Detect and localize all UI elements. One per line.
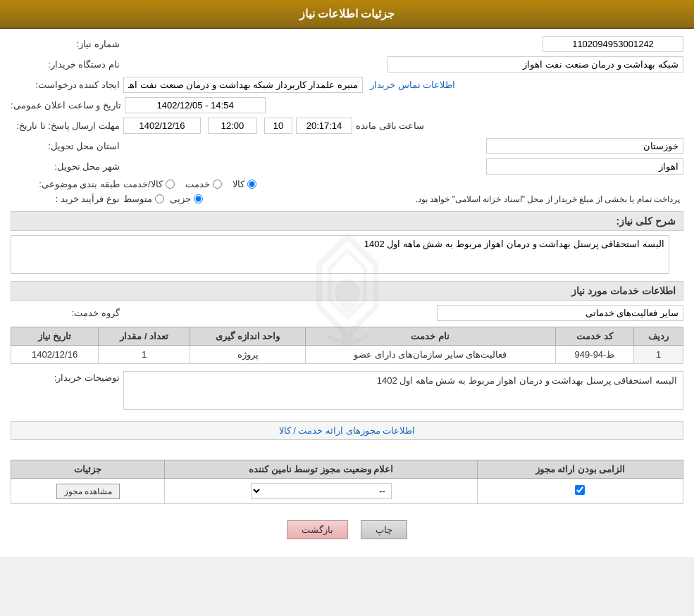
permissions-section-header: اطلاعات مجوزهای ارائه خدمت / کالا xyxy=(11,421,683,440)
response-days-input[interactable] xyxy=(264,118,292,134)
cell-date: 1402/12/16 xyxy=(11,346,99,364)
col-service-code: کد خدمت xyxy=(555,327,634,346)
page-header: جزئیات اطلاعات نیاز xyxy=(0,0,694,29)
back-button[interactable]: بازگشت xyxy=(287,520,348,539)
subject-goods-service-radio[interactable] xyxy=(166,180,175,189)
subject-service-label: خدمت xyxy=(185,179,210,189)
delivery-city-row: شهر محل تحویل: xyxy=(11,158,683,175)
perm-col-details: جزئیات xyxy=(11,460,165,479)
announce-datetime-label: تاریخ و ساعت اعلان عمومی: xyxy=(11,100,125,111)
subject-value: کالا/خدمت خدمت کالا xyxy=(123,179,683,189)
purchase-type-partial-label: جزیی xyxy=(170,194,191,204)
service-group-row: گروه خدمت: xyxy=(11,305,683,321)
purchase-type-row: نوع فرآیند خرید : متوسط جزیی پرداخت تمام… xyxy=(11,194,683,204)
subject-row: طبقه بندی موضوعی: کالا/خدمت خدمت کالا xyxy=(11,179,683,189)
content-area: شماره نیاز: نام دستگاه خریدار: ایجاد کنن… xyxy=(0,29,694,557)
response-deadline-row: مهلت ارسال پاسخ: تا تاریخ: ساعت باقی مان… xyxy=(11,118,683,134)
perm-cell-details: مشاهده مجوز xyxy=(11,479,165,504)
delivery-province-row: استان محل تحویل: xyxy=(11,138,683,154)
announce-date-input[interactable] xyxy=(125,97,266,113)
buyer-notes-text: البسه استحقاقی پرسنل بهداشت و درمان اهوا… xyxy=(377,375,677,386)
order-number-label: شماره نیاز: xyxy=(11,39,123,49)
delivery-province-value xyxy=(123,138,683,154)
purchase-type-medium-label: متوسط xyxy=(123,194,152,204)
table-row: 1 ط-94-949 فعالیت‌های سایر سازمان‌های دا… xyxy=(11,346,683,364)
requester-input[interactable] xyxy=(123,77,363,93)
cell-service-name: فعالیت‌های سایر سازمان‌های دارای عضو xyxy=(305,346,555,364)
bottom-buttons: چاپ بازگشت xyxy=(11,510,683,550)
page-title: جزئیات اطلاعات نیاز xyxy=(299,8,395,20)
cell-service-code: ط-94-949 xyxy=(555,346,634,364)
requester-value: اطلاعات تماس خریدار xyxy=(123,77,683,93)
service-group-input[interactable] xyxy=(437,305,683,321)
requester-contact-link[interactable]: اطلاعات تماس خریدار xyxy=(370,80,455,90)
delivery-province-label: استان محل تحویل: xyxy=(11,141,123,151)
cell-quantity: 1 xyxy=(99,346,190,364)
general-description-textarea[interactable]: <span data-bind="values.general_descript… xyxy=(11,235,669,274)
buyer-notes-row: توضیحات خریدار: البسه استحقاقی پرسنل بهد… xyxy=(11,370,683,415)
response-deadline-label: مهلت ارسال پاسخ: تا تاریخ: xyxy=(11,120,123,131)
remaining-label: ساعت باقی مانده xyxy=(356,120,424,131)
delivery-city-value xyxy=(123,158,683,175)
subject-service-radio[interactable] xyxy=(213,180,222,189)
delivery-province-input[interactable] xyxy=(486,138,683,154)
buyer-org-value xyxy=(123,56,683,73)
buyer-org-row: نام دستگاه خریدار: xyxy=(11,56,683,73)
purchase-type-partial-item: جزیی xyxy=(170,194,203,204)
perm-required-checkbox[interactable] xyxy=(575,485,585,495)
purchase-type-label: نوع فرآیند خرید : xyxy=(11,194,123,204)
subject-goods-radio[interactable] xyxy=(247,180,256,189)
requester-row: ایجاد کننده درخواست: اطلاعات تماس خریدار xyxy=(11,77,683,93)
buyer-notes-box: البسه استحقاقی پرسنل بهداشت و درمان اهوا… xyxy=(123,371,683,410)
col-row-num: ردیف xyxy=(634,327,683,346)
subject-goods-service-item: کالا/خدمت xyxy=(123,179,175,189)
response-remaining-input[interactable] xyxy=(296,118,352,134)
perm-cell-status: -- xyxy=(165,479,478,504)
purchase-type-medium-item: متوسط xyxy=(123,194,164,204)
subject-goods-service-label: کالا/خدمت xyxy=(123,179,163,189)
general-description-box: <span data-bind="values.general_descript… xyxy=(11,235,683,274)
buyer-notes-value: البسه استحقاقی پرسنل بهداشت و درمان اهوا… xyxy=(123,370,683,415)
services-section-title: اطلاعات خدمات مورد نیاز xyxy=(11,281,683,301)
purchase-type-value: متوسط جزیی پرداخت تمام یا بخشی از مبلغ خ… xyxy=(123,194,683,204)
services-table: ردیف کد خدمت نام خدمت واحد اندازه گیری ت… xyxy=(11,327,683,364)
subject-goods-label: کالا xyxy=(233,179,244,189)
response-time-input[interactable] xyxy=(208,118,257,134)
subject-goods-item: کالا xyxy=(233,179,256,189)
subject-service-item: خدمت xyxy=(185,179,222,189)
cell-unit: پروژه xyxy=(190,346,306,364)
perm-table-row: -- مشاهده مجوز xyxy=(11,479,683,504)
print-button[interactable]: چاپ xyxy=(361,520,407,539)
requester-label: ایجاد کننده درخواست: xyxy=(11,80,123,90)
perm-col-required: الزامی بودن ارائه مجوز xyxy=(477,460,683,479)
announce-datetime-value xyxy=(125,97,683,113)
col-date: تاریخ نیاز xyxy=(11,327,99,346)
buyer-notes-label: توضیحات خریدار: xyxy=(11,370,123,383)
general-description-section-title: شرح کلی نیاز: xyxy=(11,211,683,231)
order-number-input[interactable] xyxy=(543,36,683,52)
perm-cell-required xyxy=(477,479,683,504)
page-wrapper: جزئیات اطلاعات نیاز شماره نیاز: نام دستگ… xyxy=(0,0,694,557)
perm-status-select[interactable]: -- xyxy=(251,483,392,499)
col-unit: واحد اندازه گیری xyxy=(190,327,306,346)
order-number-value xyxy=(123,36,683,52)
permissions-table: الزامی بودن ارائه مجوز اعلام وضعیت مجوز … xyxy=(11,460,683,504)
service-group-value xyxy=(123,305,683,321)
cell-row-num: 1 xyxy=(634,346,683,364)
response-date-input[interactable] xyxy=(123,118,201,134)
order-number-row: شماره نیاز: xyxy=(11,36,683,52)
buyer-org-input[interactable] xyxy=(388,56,683,73)
col-service-name: نام خدمت xyxy=(305,327,555,346)
purchase-type-desc: پرداخت تمام یا بخشی از مبلغ خریدار از مح… xyxy=(209,194,683,204)
purchase-type-partial-radio[interactable] xyxy=(194,194,203,203)
buyer-org-label: نام دستگاه خریدار: xyxy=(11,59,123,70)
delivery-city-label: شهر محل تحویل: xyxy=(11,161,123,172)
col-quantity: تعداد / مقدار xyxy=(99,327,190,346)
subject-label: طبقه بندی موضوعی: xyxy=(11,179,123,189)
service-group-label: گروه خدمت: xyxy=(11,308,123,318)
view-permit-button[interactable]: مشاهده مجوز xyxy=(56,484,120,499)
purchase-type-medium-radio[interactable] xyxy=(155,194,164,203)
announce-datetime-row: تاریخ و ساعت اعلان عمومی: xyxy=(11,97,683,113)
delivery-city-input[interactable] xyxy=(486,158,683,175)
response-deadline-value: ساعت باقی مانده xyxy=(123,118,683,134)
